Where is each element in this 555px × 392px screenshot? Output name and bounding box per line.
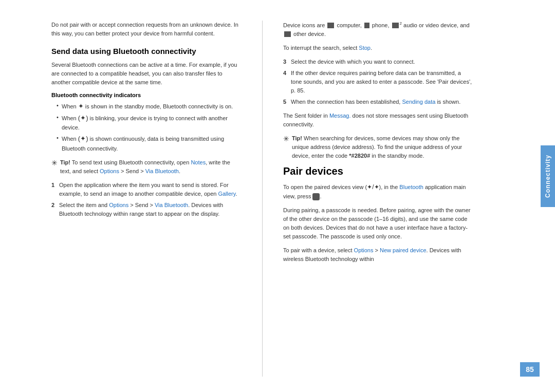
step-5: 5 When the connection has been establish… bbox=[283, 98, 473, 106]
sidebar-label: Connectivity bbox=[544, 155, 551, 198]
step-2: 2 Select the item and Options > Send > V… bbox=[51, 201, 242, 218]
tip-text-1: Tip! To send text using Bluetooth connec… bbox=[60, 158, 242, 176]
column-divider bbox=[262, 21, 263, 377]
interrupt-text: To interrupt the search, select Stop. bbox=[283, 44, 473, 52]
step-3: 3 Select the device with which you want … bbox=[283, 58, 473, 66]
step-text-3: Select the device with which you want to… bbox=[291, 58, 415, 66]
numbered-list-right: 3 Select the device with which you want … bbox=[283, 58, 473, 106]
messag-link[interactable]: Messag. bbox=[329, 113, 351, 119]
bullet-item-3: When (✦) is shown continuously, data is … bbox=[57, 134, 242, 153]
pair-body-1: To open the paired devices view (✦/✦), i… bbox=[283, 182, 473, 201]
via-bluetooth-link-2[interactable]: Via Bluetooth bbox=[155, 202, 188, 208]
bluetooth-link[interactable]: Bluetooth bbox=[399, 184, 423, 190]
tip-block-1: ✳ Tip! To send text using Bluetooth conn… bbox=[51, 158, 242, 176]
body-text-1: Several Bluetooth connections can be act… bbox=[51, 61, 242, 87]
section-heading: Send data using Bluetooth connectivity bbox=[51, 47, 242, 55]
step-text-1: Open the application where the item you … bbox=[59, 181, 242, 198]
pair-body-3: To pair with a device, select Options > … bbox=[283, 246, 473, 264]
step-num-4: 4 bbox=[283, 69, 288, 95]
right-column: Device icons are computer, phone, 2 audi… bbox=[283, 21, 473, 377]
left-column: Do not pair with or accept connection re… bbox=[51, 21, 242, 377]
bullet-item-1: When ✦ is shown in the standby mode, Blu… bbox=[57, 101, 242, 111]
step-num-3: 3 bbox=[283, 58, 288, 66]
stop-link[interactable]: Stop bbox=[359, 45, 371, 51]
step-num-2: 2 bbox=[51, 201, 57, 218]
step-num-5: 5 bbox=[283, 98, 288, 106]
main-content: Do not pair with or accept connection re… bbox=[0, 0, 555, 392]
options-link-1[interactable]: Options bbox=[100, 168, 119, 174]
tip-block-2: ✳ Tip! When searching for devices, some … bbox=[283, 134, 473, 160]
device-icons-text: Device icons are computer, phone, 2 audi… bbox=[283, 21, 473, 39]
step-text-5: When the connection has been established… bbox=[291, 98, 460, 106]
bullet-item-2: When (✦) is blinking, your device is try… bbox=[57, 113, 242, 132]
step-num-1: 1 bbox=[51, 181, 57, 198]
gallery-link[interactable]: Gallery bbox=[218, 191, 235, 197]
step-text-4: If the other device requires pairing bef… bbox=[291, 69, 473, 95]
intro-text: Do not pair with or accept connection re… bbox=[51, 21, 242, 38]
step-1: 1 Open the application where the item yo… bbox=[51, 181, 242, 198]
options-link-2[interactable]: Options bbox=[109, 202, 128, 208]
step-4: 4 If the other device requires pairing b… bbox=[283, 69, 473, 95]
connectivity-sidebar-tab: Connectivity bbox=[541, 145, 555, 207]
pair-devices-heading: Pair devices bbox=[283, 165, 473, 177]
tip-icon-1: ✳ bbox=[51, 159, 58, 167]
sending-data-link[interactable]: Sending data bbox=[402, 99, 435, 105]
page-number: 85 bbox=[520, 362, 540, 377]
page-container: Do not pair with or accept connection re… bbox=[0, 0, 555, 392]
options-link-3[interactable]: Options bbox=[354, 247, 374, 253]
via-bluetooth-link[interactable]: Via Bluetooth bbox=[145, 168, 179, 174]
tip-text-2: Tip! When searching for devices, some de… bbox=[292, 134, 473, 160]
notes-link[interactable]: Notes bbox=[191, 159, 206, 165]
pair-body-2: During pairing, a passcode is needed. Be… bbox=[283, 206, 473, 241]
bullet-list: When ✦ is shown in the standby mode, Blu… bbox=[51, 101, 242, 153]
step-text-2: Select the item and Options > Send > Via… bbox=[59, 201, 242, 218]
sent-folder-text: The Sent folder in Messag. does not stor… bbox=[283, 111, 473, 129]
numbered-list-left: 1 Open the application where the item yo… bbox=[51, 181, 242, 218]
subsection-heading: Bluetooth connectivity indicators bbox=[51, 92, 242, 98]
tip-icon-2: ✳ bbox=[283, 135, 289, 143]
new-paired-device-link[interactable]: New paired device bbox=[380, 247, 427, 253]
